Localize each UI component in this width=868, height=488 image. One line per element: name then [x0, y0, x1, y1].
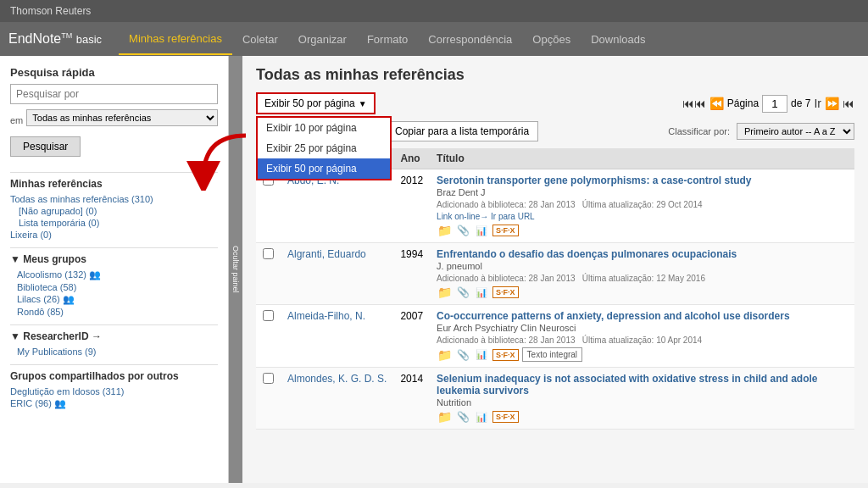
chart-icon-1[interactable]: 📊 — [474, 286, 489, 299]
sfx-badge-3[interactable]: S·F·X — [492, 411, 519, 423]
search-scope-select[interactable]: Todas as minhas referências — [26, 109, 218, 126]
display-dropdown-container: Exibir 50 por página ▼ Exibir 10 por pág… — [256, 92, 376, 114]
brand-label: Thomson Reuters — [10, 5, 91, 17]
ref-meta-added-2: Adicionado à biblioteca: 28 Jan 2013 Últ… — [437, 336, 702, 345]
nav-item-organizar[interactable]: Organizar — [288, 25, 357, 54]
group-deglutacao[interactable]: Deglutição em Idosos (311) — [10, 385, 218, 397]
row-checkbox-3[interactable] — [263, 373, 274, 384]
sidebar-outer: Pesquisa rápida em Todas as minhas refer… — [0, 56, 242, 483]
search-input[interactable] — [10, 84, 218, 104]
in-label: em — [10, 115, 23, 125]
prev-page-button[interactable]: ⏪ — [709, 97, 724, 110]
cell-author-3: Almondes, K. G. D. S. — [281, 368, 393, 430]
group-lilacs[interactable]: Lilacs (26) 👥 — [17, 293, 218, 306]
toolbar-row-1: Exibir 50 por página ▼ Exibir 10 por pág… — [256, 92, 854, 114]
col-year: Ano — [393, 148, 430, 169]
ref-link-0[interactable]: Link on-line→ Ir para URL — [437, 212, 535, 221]
sort-label: Classificar por: — [668, 126, 730, 136]
my-publications[interactable]: My Publications (9) — [17, 346, 218, 358]
clip-icon-1[interactable]: 📎 — [455, 286, 470, 299]
sidebar: Pesquisa rápida em Todas as minhas refer… — [0, 56, 229, 483]
nav-brand: EndNoteTM basic — [8, 31, 102, 47]
my-refs-section: Minhas referências Todas as minhas refer… — [10, 172, 218, 241]
display-dropdown-button[interactable]: Exibir 50 por página ▼ — [256, 92, 376, 114]
cell-author-1: Algranti, Eduardo — [281, 243, 393, 305]
texto-integral-btn-2[interactable]: Texto integral — [522, 347, 582, 362]
hide-panel-button[interactable]: Ocultar painel — [229, 56, 242, 483]
folder-icon-2[interactable]: 📁 — [437, 348, 452, 362]
pagination: ⏮⏮ ⏪ Página de 7 Ir ⏩ ⏮ — [682, 95, 854, 113]
ref-icons-1: 📁 📎 📊 S·F·X — [437, 286, 848, 299]
group-rondo[interactable]: Rondô (85) — [17, 306, 218, 318]
group-biblioteca[interactable]: Biblioteca (58) — [17, 281, 218, 293]
ref-title-3[interactable]: Selenium inadequacy is not associated wi… — [437, 373, 817, 396]
dropdown-option-50[interactable]: Exibir 50 por página — [258, 158, 390, 179]
chart-icon-2[interactable]: 📊 — [474, 348, 489, 362]
nav-item-opcoes[interactable]: Opções — [522, 25, 581, 54]
group-alcoolismo[interactable]: Alcoolismo (132) 👥 — [17, 269, 218, 281]
table-row: Algranti, Eduardo 1994 Enfrentando o des… — [256, 243, 854, 305]
quick-search-section: Pesquisa rápida em Todas as minhas refer… — [10, 66, 218, 165]
clip-icon-0[interactable]: 📎 — [455, 224, 470, 237]
sort-select[interactable]: Primeiro autor -- A a Z — [737, 123, 854, 140]
ref-icons-2: 📁 📎 📊 S·F·X Texto integral — [437, 347, 848, 362]
page-input[interactable] — [762, 95, 787, 113]
sfx-badge-2[interactable]: S·F·X — [492, 349, 519, 361]
researcher-id-section: ▼ ResearcherID → My Publications (9) — [10, 324, 218, 358]
group-eric[interactable]: ERIC (96) 👥 — [10, 397, 218, 410]
researcher-id-title: ▼ ResearcherID → — [10, 324, 218, 342]
display-dropdown-menu: Exibir 10 por página Exibir 25 por págin… — [256, 116, 392, 180]
sfx-badge-1[interactable]: S·F·X — [492, 286, 519, 298]
quick-search-title: Pesquisa rápida — [10, 66, 218, 79]
nav-item-correspondencia[interactable]: Correspondência — [418, 25, 522, 54]
next-page-button[interactable]: ⏩ — [825, 97, 839, 110]
clip-icon-2[interactable]: 📎 — [455, 348, 470, 362]
sidebar-trash[interactable]: Lixeira (0) — [10, 229, 218, 241]
chart-icon-3[interactable]: 📊 — [474, 410, 489, 424]
sfx-badge-0[interactable]: S·F·X — [492, 225, 519, 236]
row-checkbox-1[interactable] — [263, 248, 274, 259]
ref-title-2[interactable]: Co-occurrence patterns of anxiety, depre… — [437, 310, 790, 322]
folder-icon-0[interactable]: 📁 — [437, 224, 452, 237]
clip-icon-3[interactable]: 📎 — [455, 410, 470, 424]
page-label: Página — [727, 97, 759, 109]
nav-item-formato[interactable]: Formato — [357, 25, 418, 54]
references-table: Autor↕ Ano Título Abdo, E. N. 2012 Serot… — [256, 148, 854, 430]
cell-title-0: Serotonin transporter gene polymorphisms… — [430, 169, 854, 243]
first-page-button[interactable]: ⏮⏮ — [682, 97, 706, 110]
chart-icon-0[interactable]: 📊 — [474, 224, 489, 237]
display-dropdown-label: Exibir 50 por página — [264, 97, 355, 109]
row-checkbox-2[interactable] — [263, 310, 274, 321]
top-bar: Thomson Reuters — [0, 0, 868, 22]
folder-icon-1[interactable]: 📁 — [437, 286, 452, 299]
last-page-button[interactable]: ⏮ — [843, 97, 854, 110]
group-shared-icon: 👥 — [54, 398, 66, 408]
cell-year-1: 1994 — [393, 243, 430, 305]
cell-title-1: Enfrentando o desafio das doenças pulmon… — [430, 243, 854, 305]
sidebar-temp-list[interactable]: Lista temporária (0) — [10, 217, 218, 229]
folder-icon-3[interactable]: 📁 — [437, 410, 452, 424]
dropdown-arrow-icon: ▼ — [359, 99, 367, 108]
shared-groups-title: Grupos compartilhados por outros — [10, 364, 218, 382]
ref-meta-added-0: Adicionado à biblioteca: 28 Jan 2013 Últ… — [437, 200, 703, 209]
sidebar-all-refs[interactable]: Todas as minhas referências (310) — [10, 193, 218, 205]
table-row: Almondes, K. G. D. S. 2014 Selenium inad… — [256, 368, 854, 430]
dropdown-option-10[interactable]: Exibir 10 por página — [258, 118, 390, 138]
sidebar-ungrouped[interactable]: [Não agrupado] (0) — [10, 205, 218, 217]
cell-year-3: 2014 — [393, 368, 430, 430]
nav-item-coletar[interactable]: Coletar — [232, 25, 288, 54]
my-groups-title: ▼ Meus grupos — [10, 247, 218, 265]
dropdown-option-25[interactable]: Exibir 25 por página — [258, 138, 390, 158]
ref-title-1[interactable]: Enfrentando o desafio das doenças pulmon… — [437, 248, 737, 260]
ref-title-0[interactable]: Serotonin transporter gene polymorphisms… — [437, 175, 751, 186]
nav-item-minhas-referencias[interactable]: Minhas referências — [119, 24, 232, 55]
search-button[interactable]: Pesquisar — [10, 136, 81, 157]
group-users-icon: 👥 — [89, 269, 101, 280]
ref-icons-0: 📁 📎 📊 S·F·X — [437, 224, 848, 237]
ref-journal-1: J. pneumol — [437, 261, 482, 271]
cell-author-2: Almeida-Filho, N. — [281, 305, 393, 368]
go-button[interactable]: Ir — [814, 97, 821, 110]
copy-to-temp-button[interactable]: Copiar para a lista temporária — [386, 121, 538, 141]
nav-item-downloads[interactable]: Downloads — [581, 25, 655, 54]
ref-journal-3: Nutrition — [437, 397, 471, 408]
